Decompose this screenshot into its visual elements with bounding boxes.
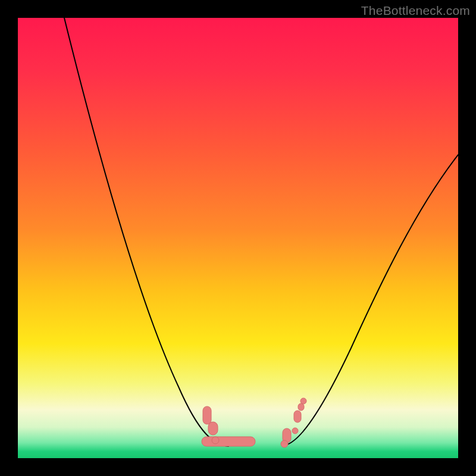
data-marker <box>202 437 255 446</box>
data-marker <box>300 398 306 404</box>
data-marker <box>208 422 218 435</box>
data-marker <box>294 411 301 422</box>
data-marker <box>203 406 211 424</box>
attribution-label: TheBottleneck.com <box>361 4 470 18</box>
data-marker <box>298 403 304 411</box>
data-marker <box>281 440 288 447</box>
plot-area <box>18 18 458 458</box>
bottleneck-chart <box>18 18 458 458</box>
chart-frame: TheBottleneck.com <box>0 0 476 476</box>
data-marker <box>292 428 298 434</box>
data-marker <box>212 437 219 444</box>
gradient-background <box>18 18 458 458</box>
